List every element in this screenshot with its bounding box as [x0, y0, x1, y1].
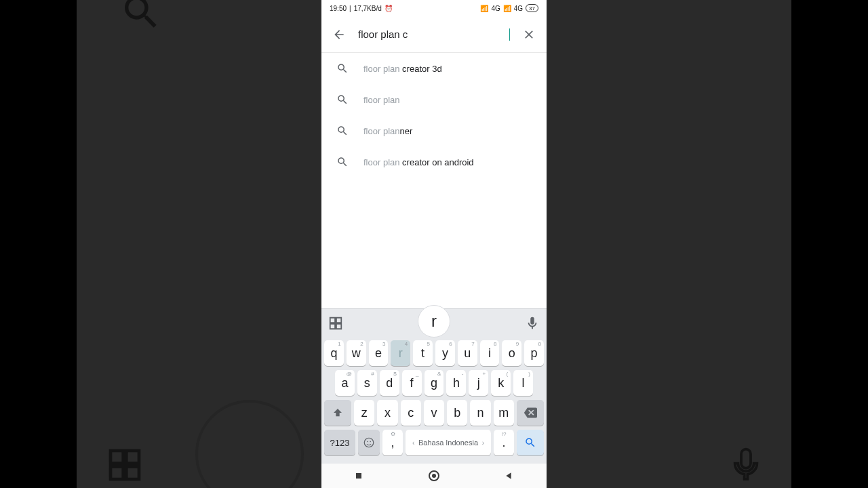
text-caret	[509, 28, 510, 41]
suggestion-text: floor plan creator 3d	[363, 64, 442, 74]
key-alt: 9	[516, 341, 519, 347]
comma-key[interactable]: ⚙,	[382, 430, 403, 455]
keyboard-suggestion-row: r	[321, 309, 547, 338]
content-spacer	[321, 178, 547, 308]
key-alt: 8	[494, 341, 496, 347]
key-alt: 0	[538, 341, 541, 347]
clear-button[interactable]	[517, 22, 541, 47]
symbols-key[interactable]: ?123	[324, 430, 355, 455]
backspace-icon	[524, 406, 537, 420]
svg-point-2	[370, 441, 372, 443]
signal-icon-2: 📶	[503, 5, 511, 12]
suggestion-item[interactable]: floor plan creator 3d	[321, 53, 547, 84]
bg-search-icon	[119, 0, 163, 34]
key-row-4: ?123 ⚙, Bahasa Indonesia !?.	[324, 430, 544, 455]
shift-icon	[332, 407, 343, 418]
key-d[interactable]: d$	[380, 370, 399, 396]
suggestions-list: floor plan creator 3dfloor planfloor pla…	[321, 53, 547, 178]
key-e[interactable]: e3	[369, 340, 389, 366]
search-key[interactable]	[517, 430, 544, 455]
key-u[interactable]: u7	[458, 340, 477, 366]
search-icon	[336, 94, 349, 106]
triangle-left-icon	[504, 470, 515, 481]
key-w[interactable]: w2	[347, 340, 366, 366]
key-s[interactable]: s#	[357, 370, 377, 396]
key-o[interactable]: o9	[502, 340, 521, 366]
search-icon	[336, 62, 349, 75]
key-alt: (	[506, 371, 508, 377]
key-alt: 3	[382, 341, 385, 347]
key-k[interactable]: k(	[491, 370, 511, 396]
key-r[interactable]: r4	[391, 340, 410, 366]
backspace-key[interactable]	[517, 400, 544, 426]
search-icon	[336, 156, 349, 168]
key-z[interactable]: z	[354, 400, 374, 426]
period-alt: !?	[502, 431, 507, 437]
suggestion-item[interactable]: floor plan creator on android	[321, 146, 547, 178]
key-p[interactable]: p0	[524, 340, 544, 366]
status-time: 19:50	[330, 5, 347, 12]
key-x[interactable]: x	[377, 400, 397, 426]
key-g[interactable]: g&	[425, 370, 444, 396]
phone-screen: 19:50 | 17,7KB/d ⏰ 📶 4G 📶 4G 37 floor pl…	[321, 0, 547, 488]
key-v[interactable]: v	[424, 400, 444, 426]
keyboard: r q1w2e3r4t5y6u7i8o9p0 a@s#d$f_g&h-j+k(l…	[321, 308, 547, 464]
key-y[interactable]: y6	[435, 340, 455, 366]
suggestion-item[interactable]: floor plan	[321, 84, 547, 115]
key-alt: 2	[360, 341, 363, 347]
space-key[interactable]: Bahasa Indonesia	[406, 430, 491, 455]
period-key[interactable]: !?.	[494, 430, 514, 455]
search-icon	[336, 125, 349, 137]
emoji-key[interactable]	[358, 430, 380, 455]
comma-alt: ⚙	[391, 431, 395, 437]
svg-point-0	[364, 438, 374, 447]
suggestion-item[interactable]: floor planner	[321, 115, 547, 146]
key-j[interactable]: j+	[469, 370, 488, 396]
key-l[interactable]: l)	[513, 370, 533, 396]
key-c[interactable]: c	[401, 400, 421, 426]
keyboard-grid-icon[interactable]	[328, 316, 343, 331]
key-alt: &	[437, 371, 441, 377]
key-preview-bubble: r	[418, 305, 450, 338]
key-m[interactable]: m	[494, 400, 514, 426]
key-row-3: zxcvbnm	[324, 400, 544, 426]
key-alt: +	[483, 371, 486, 377]
suggestion-text: floor plan	[363, 95, 399, 105]
bg-grid-icon	[106, 446, 144, 484]
key-alt: $	[393, 371, 396, 377]
key-alt: 6	[449, 341, 452, 347]
key-h[interactable]: h-	[446, 370, 466, 396]
search-header: floor plan c	[321, 16, 547, 53]
search-input[interactable]: floor plan c	[358, 28, 511, 40]
key-row-2: a@s#d$f_g&h-j+k(l)	[324, 370, 544, 396]
nav-back-button[interactable]	[496, 464, 523, 488]
key-i[interactable]: i8	[480, 340, 500, 366]
background-blur-right	[546, 0, 791, 488]
key-alt: 4	[405, 341, 408, 347]
key-q[interactable]: q1	[324, 340, 344, 366]
shift-key[interactable]	[324, 400, 351, 426]
arrow-left-icon	[332, 28, 346, 41]
key-b[interactable]: b	[447, 400, 467, 426]
suggestion-text: floor planner	[363, 126, 412, 136]
nav-recent-button[interactable]	[345, 464, 372, 488]
bg-mic-icon	[727, 446, 765, 484]
key-alt: 5	[427, 341, 430, 347]
key-alt: 1	[338, 341, 340, 347]
square-icon	[353, 470, 364, 481]
signal-icon-1: 📶	[480, 5, 488, 12]
back-button[interactable]	[327, 22, 351, 47]
key-alt: @	[347, 371, 352, 377]
key-a[interactable]: a@	[335, 370, 355, 396]
nav-home-button[interactable]	[420, 464, 448, 488]
key-n[interactable]: n	[470, 400, 490, 426]
emoji-icon	[363, 436, 375, 449]
key-alt: #	[371, 371, 374, 377]
key-f[interactable]: f_	[402, 370, 422, 396]
close-icon	[522, 28, 536, 41]
key-alt: )	[528, 371, 530, 377]
signal-label-1: 4G	[491, 5, 500, 12]
keyboard-mic-icon[interactable]	[525, 316, 540, 331]
status-bar: 19:50 | 17,7KB/d ⏰ 📶 4G 📶 4G 37	[321, 0, 547, 16]
key-t[interactable]: t5	[413, 340, 433, 366]
